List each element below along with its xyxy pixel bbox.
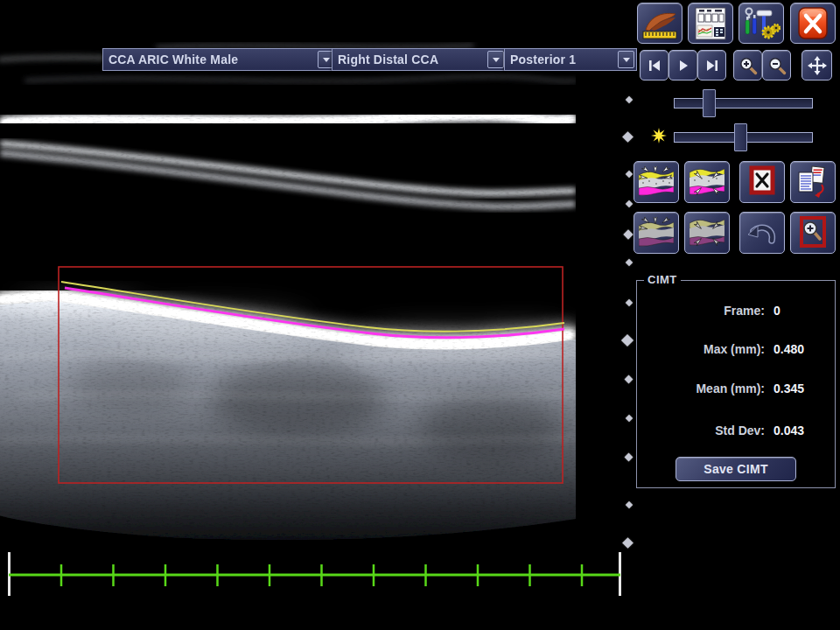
diamond-bullet-icon <box>626 200 633 207</box>
refine-far-wall-icon <box>690 166 724 198</box>
first-frame-button[interactable] <box>640 50 668 80</box>
segment-dropdown[interactable]: Right Distal CCA <box>332 48 507 71</box>
play-button[interactable] <box>668 50 697 80</box>
diamond-bullet-icon <box>621 334 634 346</box>
chevron-down-icon <box>323 58 330 62</box>
max-value: 0.480 <box>774 342 804 356</box>
cimt-application-window: CCA ARIC White Male Right Distal CCA Pos… <box>0 0 840 630</box>
close-button[interactable] <box>790 3 836 44</box>
contrast-slider-handle[interactable] <box>734 123 747 151</box>
protocol-dropdown-value: CCA ARIC White Male <box>108 52 238 66</box>
last-frame-button[interactable] <box>697 50 726 80</box>
angle-dropdown-value: Posterior 1 <box>510 52 576 66</box>
diamond-bullet-icon <box>625 375 634 384</box>
protocol-dropdown[interactable]: CCA ARIC White Male <box>102 48 337 71</box>
mean-label: Mean (mm): <box>642 382 765 396</box>
zoom-out-icon <box>767 56 787 75</box>
tools-icon <box>742 6 780 41</box>
report-button[interactable] <box>688 3 733 44</box>
frame-row: Frame: 0 <box>637 304 835 321</box>
detect-far-wall-icon <box>639 166 674 198</box>
mean-row: Mean (mm): 0.345 <box>637 382 835 399</box>
detect-near-wall-icon <box>639 217 674 248</box>
zoom-roi-icon <box>795 216 830 249</box>
settings-tools-button[interactable] <box>738 3 784 44</box>
diamond-bullet-icon <box>622 131 634 143</box>
measure-caliper-icon <box>640 6 679 41</box>
mean-value: 0.345 <box>774 382 804 396</box>
zoom-in-icon <box>738 56 758 75</box>
copy-report-button[interactable] <box>790 161 836 203</box>
diamond-bullet-icon <box>626 96 633 103</box>
ultrasound-canvas <box>0 42 576 542</box>
copy-pages-icon <box>795 165 830 199</box>
cimt-panel-title: CIMT <box>644 273 681 286</box>
close-icon <box>794 6 832 41</box>
diamond-bullet-icon <box>626 501 633 508</box>
clear-trace-button[interactable] <box>739 161 785 203</box>
save-cimt-button[interactable]: Save CIMT <box>676 457 796 481</box>
diamond-bullet-icon <box>626 171 633 178</box>
undo-arrow-icon <box>745 216 780 249</box>
diamond-bullet-icon <box>626 299 633 306</box>
diamond-bullet-icon <box>623 229 633 239</box>
diamond-bullet-icon <box>626 415 633 422</box>
stddev-value: 0.043 <box>774 424 804 438</box>
refine-near-wall-icon <box>690 217 724 248</box>
stddev-row: Std Dev: 0.043 <box>637 424 835 441</box>
segment-dropdown-value: Right Distal CCA <box>338 52 438 66</box>
zoom-in-button[interactable] <box>733 50 762 80</box>
undo-button[interactable] <box>739 212 785 254</box>
chevron-down-icon <box>623 58 630 62</box>
max-label: Max (mm): <box>642 342 765 356</box>
clear-x-icon <box>745 165 780 199</box>
skip-start-icon <box>648 59 662 73</box>
brightness-slider[interactable] <box>674 98 813 108</box>
moon-brightness-icon <box>648 89 666 107</box>
refine-far-wall-button[interactable] <box>684 161 730 203</box>
ultrasound-image[interactable] <box>0 42 576 542</box>
frame-label: Frame: <box>642 304 765 318</box>
sun-contrast-icon <box>650 127 668 144</box>
angle-dropdown[interactable]: Posterior 1 <box>504 48 637 71</box>
detect-near-wall-button[interactable] <box>634 212 679 254</box>
max-row: Max (mm): 0.480 <box>637 342 835 360</box>
measure-tool-button[interactable] <box>637 3 682 44</box>
brightness-slider-handle[interactable] <box>703 89 716 117</box>
detect-far-wall-button[interactable] <box>634 161 679 203</box>
chevron-down-icon <box>493 58 500 62</box>
report-page-icon <box>691 6 730 41</box>
skip-end-icon <box>705 59 719 73</box>
zoom-out-button[interactable] <box>762 50 791 80</box>
cimt-panel: CIMT Frame: 0 Max (mm): 0.480 Mean (mm):… <box>636 280 836 488</box>
zoom-roi-button[interactable] <box>790 212 836 254</box>
angle-dropdown-arrow-button[interactable] <box>618 51 634 68</box>
diamond-bullet-icon <box>626 259 633 266</box>
depth-scale-ruler <box>0 544 630 606</box>
frame-value: 0 <box>774 304 780 318</box>
pan-arrows-icon <box>808 56 827 75</box>
diamond-bullet-icon <box>625 453 634 462</box>
refine-near-wall-button[interactable] <box>684 212 730 254</box>
play-icon <box>676 59 690 73</box>
pan-button[interactable] <box>802 50 832 80</box>
segment-dropdown-arrow-button[interactable] <box>487 51 504 68</box>
stddev-label: Std Dev: <box>642 424 765 438</box>
contrast-slider[interactable] <box>674 132 813 143</box>
